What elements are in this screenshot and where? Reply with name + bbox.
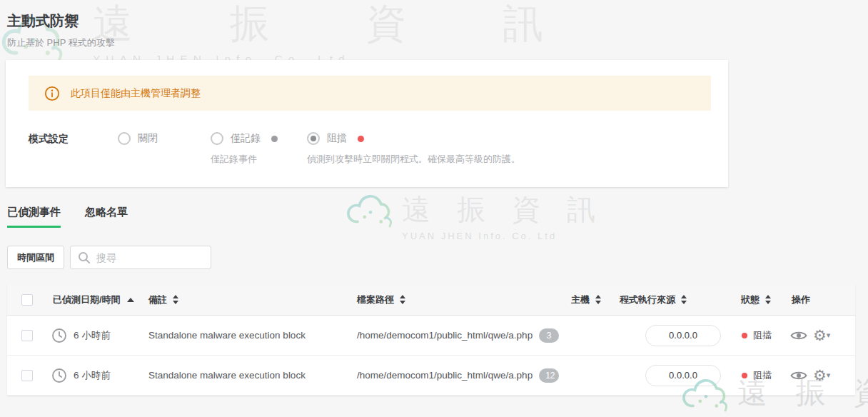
column-label: 操作	[792, 293, 810, 306]
tab-detected-events[interactable]: 已偵測事件	[7, 206, 61, 228]
sort-asc-icon	[127, 298, 134, 302]
radio-circle-selected[interactable]	[307, 132, 320, 145]
path-cell: /home/democom1/public_html/qwe/a.php 3	[350, 328, 557, 343]
info-icon	[44, 86, 60, 101]
file-path-text: /home/democom1/public_html/qwe/a.php	[357, 370, 533, 381]
radio-label: 阻擋	[327, 132, 347, 145]
select-all-checkbox[interactable]	[21, 294, 33, 306]
chevron-down-icon: ▾	[827, 371, 831, 380]
admin-only-notice: 此項目僅能由主機管理者調整	[29, 76, 711, 111]
time-range-label: 時間區間	[17, 251, 54, 264]
column-header-actions: 操作	[782, 293, 855, 306]
mode-description: 僅記錄事件	[211, 153, 307, 166]
tab-ignore-list[interactable]: 忽略名單	[85, 206, 128, 228]
path-cell: /home/democom1/public_html/qwe/a.php 12	[350, 368, 557, 383]
gray-dot-indicator	[271, 136, 278, 142]
mode-settings-label: 模式設定	[29, 132, 118, 166]
actions-menu-button[interactable]: ⚙ ▾	[813, 328, 830, 343]
status-text: 阻擋	[753, 329, 772, 342]
row-checkbox[interactable]	[21, 370, 33, 381]
column-label: 已偵測日期/時間	[53, 293, 121, 306]
chevron-down-icon: ▾	[827, 331, 831, 340]
red-dot-indicator	[358, 136, 364, 142]
note-cell: Standalone malware execution block	[148, 370, 350, 381]
status-dot	[742, 333, 747, 338]
tab-bar: 已偵測事件 忽略名單	[7, 206, 868, 228]
tab-label: 已偵測事件	[7, 206, 61, 218]
source-cell: 0.0.0.0	[604, 325, 721, 346]
clock-icon	[51, 328, 67, 343]
mode-option-block: 阻擋 偵測到攻擊時立即關閉程式。確保最高等級的防護。	[307, 132, 711, 166]
column-label: 檔案路徑	[357, 293, 394, 306]
actions-menu-button[interactable]: ⚙ ▾	[813, 368, 830, 383]
sort-icon	[681, 295, 687, 304]
radio-circle[interactable]	[118, 132, 131, 145]
page-subtitle: 防止基於 PHP 程式的攻擊	[7, 36, 868, 49]
mode-description: 偵測到攻擊時立即關閉程式。確保最高等級的防護。	[307, 153, 711, 166]
page-title: 主動式防禦	[7, 11, 868, 31]
column-label: 狀態	[741, 293, 760, 306]
event-count-badge: 3	[539, 328, 559, 343]
time-ago-text: 6 小時前	[74, 369, 111, 382]
time-range-button[interactable]: 時間區間	[7, 246, 64, 269]
table-header-row: 已偵測日期/時間 備註 檔案路徑 主機 程式執行來源	[7, 284, 855, 316]
file-path-text: /home/democom1/public_html/qwe/a.php	[357, 330, 533, 341]
actions-cell: ⚙ ▾	[782, 328, 855, 343]
column-header-status[interactable]: 狀態	[721, 293, 782, 306]
mode-settings: 模式設定 關閉 僅記錄 僅記錄事件	[29, 132, 711, 166]
detected-time-cell: 6 小時前	[41, 368, 148, 383]
proactive-defense-page: 遠 振 資 訊 YUAN JHEN Info. Co. Ltd 遠 振 資 訊 …	[0, 0, 868, 417]
radio-block[interactable]: 阻擋	[307, 132, 711, 145]
search-input[interactable]	[96, 252, 203, 263]
page-header: 主動式防禦 防止基於 PHP 程式的攻擊	[0, 0, 868, 49]
detected-events-table: 已偵測日期/時間 備註 檔案路徑 主機 程式執行來源	[7, 284, 855, 396]
radio-log-only[interactable]: 僅記錄	[211, 132, 307, 145]
table-row: 6 小時前 Standalone malware execution block…	[7, 316, 855, 356]
column-header-datetime[interactable]: 已偵測日期/時間	[41, 293, 148, 306]
table-row: 6 小時前 Standalone malware execution block…	[7, 356, 855, 396]
clock-icon	[51, 368, 67, 383]
column-header-path[interactable]: 檔案路徑	[350, 293, 557, 306]
time-ago-text: 6 小時前	[74, 329, 111, 342]
status-cell: 阻擋	[721, 329, 782, 342]
settings-card: 此項目僅能由主機管理者調整 模式設定 關閉 僅記錄 僅記錄事件	[6, 60, 728, 187]
tab-label: 忽略名單	[85, 206, 128, 218]
search-icon	[78, 251, 91, 264]
radio-label: 關閉	[138, 132, 158, 145]
detected-time-cell: 6 小時前	[41, 328, 148, 343]
status-dot	[742, 373, 747, 378]
column-header-source[interactable]: 程式執行來源	[604, 293, 721, 306]
source-cell: 0.0.0.0	[604, 365, 721, 386]
status-cell: 阻擋	[721, 369, 782, 382]
notice-text: 此項目僅能由主機管理者調整	[71, 87, 201, 100]
radio-label: 僅記錄	[231, 132, 261, 145]
gear-icon: ⚙	[813, 328, 827, 343]
sort-icon	[173, 295, 178, 304]
source-ip-chip[interactable]: 0.0.0.0	[645, 325, 721, 346]
radio-off[interactable]: 關閉	[118, 132, 211, 145]
column-label: 備註	[148, 293, 167, 306]
column-label: 主機	[571, 293, 590, 306]
actions-cell: ⚙ ▾	[782, 368, 855, 383]
mode-option-log-only: 僅記錄 僅記錄事件	[211, 132, 307, 166]
column-header-note[interactable]: 備註	[148, 293, 350, 306]
sort-icon	[595, 295, 601, 304]
event-count-badge: 12	[539, 368, 559, 383]
status-text: 阻擋	[753, 369, 772, 382]
search-box	[70, 246, 211, 269]
source-ip-chip[interactable]: 0.0.0.0	[645, 365, 721, 386]
toolbar: 時間區間	[7, 246, 868, 269]
view-details-button[interactable]	[789, 329, 808, 342]
gear-icon: ⚙	[813, 368, 827, 383]
sort-icon	[765, 295, 771, 304]
mode-option-off: 關閉	[118, 132, 211, 166]
radio-circle[interactable]	[211, 132, 223, 145]
view-details-button[interactable]	[789, 369, 808, 382]
row-checkbox[interactable]	[21, 330, 33, 341]
note-cell: Standalone malware execution block	[148, 330, 350, 341]
sort-icon	[400, 295, 405, 304]
column-label: 程式執行來源	[620, 293, 675, 306]
column-header-host[interactable]: 主機	[557, 293, 604, 306]
